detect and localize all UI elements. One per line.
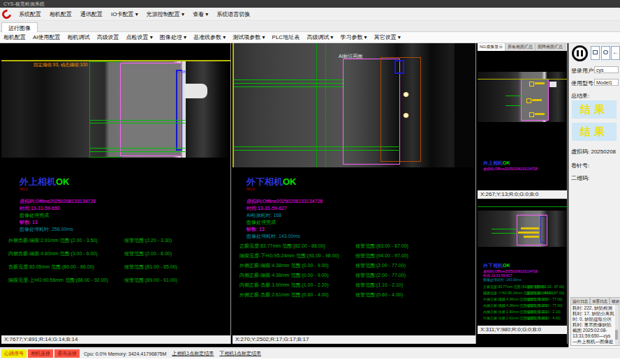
guide-vline bbox=[316, 43, 317, 167]
measurement-row-4: 内侧正极-负极:1.90mm 范围:(1.00 - 2.20)报警范围:(1.1… bbox=[239, 282, 463, 291]
log-text-area[interactable]: 耗时: 222, 缺陷检测耗时: 17, 缺陷分离耗时: 0, 缺陷提取分区耗时… bbox=[570, 304, 619, 346]
toolbar-item-5[interactable]: 图像处理 ▾ bbox=[156, 33, 190, 41]
thumb-tab-2[interactable]: 面阵画面汇总 bbox=[536, 43, 566, 51]
measurement-alarm-range: 报警范围:(2.00 - 77.00) bbox=[526, 297, 562, 301]
main-area: 固定阈值:93, 动态阈值:100 5.88 外上相机OK NG:1 虚拟码:O… bbox=[0, 43, 620, 347]
measurement-alarm-range: 报警范围:(2.00 - 77.00) bbox=[355, 262, 406, 269]
menu-item-4[interactable]: 光源控制配置 ▾ bbox=[142, 10, 189, 18]
measurement-alarm-range: 报警范围:(2.00 - 77.00) bbox=[355, 272, 406, 279]
measurement-alarm-range: 报警范围:(81.00 - 85.00) bbox=[124, 264, 177, 271]
virtual-code-row: 虚拟码: 20250208 bbox=[571, 148, 616, 156]
screen-tool-button[interactable] bbox=[601, 46, 610, 60]
needle-label: 卷针号: bbox=[571, 162, 589, 169]
logout-button[interactable]: ← bbox=[611, 46, 620, 60]
separator-strip bbox=[182, 61, 186, 158]
ai-overlay-text: AI标注画面 bbox=[339, 53, 363, 60]
baseline-yellow-vline bbox=[232, 43, 234, 167]
toolbar-item-4[interactable]: 点检设置 ▾ bbox=[123, 33, 156, 41]
defect-label-bar bbox=[535, 113, 545, 115]
menu-item-3[interactable]: IO卡配置 ▾ bbox=[107, 10, 142, 18]
login-value-field[interactable]: cys bbox=[594, 66, 619, 73]
measure-line bbox=[234, 83, 344, 84]
defect-label-bar bbox=[518, 232, 539, 234]
ng-note: NG:1 bbox=[20, 187, 28, 191]
toolbar-item-11[interactable]: 其它设置 ▾ bbox=[371, 33, 404, 41]
guide-vline bbox=[325, 43, 326, 167]
measure-line bbox=[89, 148, 185, 149]
time-line: 时间:13-31-59-627 bbox=[246, 205, 287, 212]
barcode-line: 虚拟码:Offline20250208133134728 bbox=[20, 198, 96, 205]
thumbnail-tabbar: NG成像显示所有画面汇总面阵画面汇总 bbox=[478, 43, 567, 51]
camera-tool-button[interactable] bbox=[591, 46, 600, 60]
measurement-alarm-range: 报警范围:(94.00 - 97.00) bbox=[526, 291, 564, 295]
menu-item-0[interactable]: 系统配置 bbox=[15, 10, 45, 18]
measurement-row-1: 内侧负极-隔膜:4.60mm 范围:(3.00 - 6.00)报警范围:(2.0… bbox=[8, 250, 231, 264]
log-tab-0[interactable]: 运行日志 bbox=[570, 297, 590, 304]
bright-spot bbox=[403, 113, 409, 118]
virtual-code-label: 虚拟码: bbox=[571, 149, 589, 155]
menu-item-6[interactable]: 系统语言切换 bbox=[212, 10, 254, 18]
barcode-line: 虚拟码:Offline20250208133134728 bbox=[246, 198, 323, 205]
right-measurements: 正极宽度:83.77mm 范围:(82.00 - 88.00)报警范围:(83.… bbox=[239, 243, 463, 301]
measurement-alarm-range: 报警范围:(94.00 - 97.00) bbox=[355, 252, 408, 259]
menu-items: 系统配置相机配置通讯配置IO卡配置 ▾光源控制配置 ▾查看 ▾系统语言切换 bbox=[15, 10, 254, 18]
measurement-value: 外侧负极-隔膜:2.91mm 范围:(2.00 - 3.50) bbox=[8, 238, 98, 243]
menu-item-1[interactable]: 相机配置 bbox=[45, 10, 76, 18]
process-time-line: 图像处理耗时: 143.00ms bbox=[246, 233, 300, 240]
toolbar-item-10[interactable]: 学习参数 ▾ bbox=[337, 33, 370, 41]
menu-item-2[interactable]: 通讯配置 bbox=[76, 10, 107, 18]
thumb2-process-time: 图像处理耗时: 143.00ms bbox=[483, 278, 522, 282]
toolbar-item-1[interactable]: AI使用配置 bbox=[29, 33, 64, 41]
status-bar: 心跳信号相机连接通讯连接 Cpu: 0.0% Memory: 3424.4179… bbox=[0, 348, 620, 358]
status-badges: 心跳信号相机连接通讯连接 bbox=[0, 349, 80, 358]
thumb1-barcode: 虚拟码:Offline20250208133134728 bbox=[483, 167, 538, 171]
toolbar-item-2[interactable]: 相机调试 bbox=[64, 33, 94, 41]
measurement-alarm-range: 报警范围:(0.60 - 4.00) bbox=[355, 291, 403, 298]
toolbar-item-8[interactable]: PLC地址表 bbox=[269, 33, 304, 41]
control-panel: ← 登录用户: cys 使用型号: Model1 总结果: 结果 结果 虚拟码:… bbox=[568, 43, 620, 347]
measurement-row-5: 外侧正极-负极:2.61mm 范围:(0.60 - 4.00)报警范围:(0.6… bbox=[239, 291, 463, 301]
lower-camera-calib-link[interactable]: 下相机1点标定结果 bbox=[219, 350, 261, 357]
toolbar-item-6[interactable]: 基准线参数 ▾ bbox=[190, 33, 229, 41]
pause-button[interactable] bbox=[572, 45, 588, 61]
log-tab-2[interactable]: 错误日志 bbox=[610, 297, 620, 304]
blue-marker-label: 5.88 bbox=[177, 70, 186, 74]
measurement-value: 正极宽度:83.77mm 范围:(82.00 - 88.00) bbox=[239, 243, 325, 248]
thumb2-title: 外下相机OK bbox=[483, 262, 510, 269]
logout-arrow-icon: ← bbox=[612, 48, 619, 56]
bright-spot bbox=[403, 92, 409, 97]
roi-blue-rect bbox=[540, 216, 546, 243]
thumb-tab-0[interactable]: NG成像显示 bbox=[478, 43, 505, 51]
camera-name: 外下相机 bbox=[483, 263, 503, 268]
measurement-alarm-range: 报警范围:(1.10 - 2.10) bbox=[526, 310, 561, 314]
roi-green-rect bbox=[89, 61, 121, 158]
roi-pink-rect bbox=[120, 63, 182, 156]
menu-item-5[interactable]: 查看 ▾ bbox=[189, 10, 212, 18]
toolbar-item-7[interactable]: 测试项参数 ▾ bbox=[229, 33, 268, 41]
measurement-row-3: 隔膜宽度-上HG:90.56mm 范围:(88.00 - 92.00)报警范围:… bbox=[8, 277, 231, 290]
upper-camera-calib-link[interactable]: 上相机1点标定结果 bbox=[172, 350, 214, 357]
tab-run-image[interactable]: 运行图像 bbox=[1, 22, 38, 32]
model-value-field[interactable]: Model1 bbox=[594, 79, 619, 86]
camera-result: OK bbox=[503, 263, 510, 268]
left-measurements: 外侧负极-隔膜:2.91mm 范围:(2.00 - 3.50)报警范围:(2.2… bbox=[8, 237, 231, 290]
camera-name: 外上相机 bbox=[483, 160, 503, 165]
toolbar-item-3[interactable]: 高级设置 bbox=[94, 33, 123, 41]
log-scrollbar-thumb[interactable] bbox=[615, 330, 618, 340]
measurement-value: 外侧正极-负极:2.61mm 范围:(0.60 - 4.00) bbox=[239, 292, 329, 297]
thumb-tab-1[interactable]: 所有画面汇总 bbox=[505, 43, 536, 51]
status-badge-0: 心跳信号 bbox=[1, 349, 27, 358]
log-scrollbar[interactable] bbox=[615, 305, 618, 345]
defect-label-bar bbox=[524, 236, 539, 238]
toolbar-item-0[interactable]: 相机配置 bbox=[0, 33, 29, 41]
app-window: CYS-视觉检测系统 系统配置相机配置通讯配置IO卡配置 ▾光源控制配置 ▾查看… bbox=[0, 0, 620, 364]
log-tab-1[interactable]: 设置日志 bbox=[590, 297, 610, 304]
toolbar-item-9[interactable]: 高级调试 ▾ bbox=[303, 33, 337, 41]
defect-marker bbox=[529, 82, 534, 86]
roi-blue-rect bbox=[394, 60, 404, 74]
measure-line bbox=[492, 233, 517, 234]
measurement-row-0: 正极宽度:83.77mm 范围:(82.00 - 88.00)报警范围:(83.… bbox=[483, 285, 567, 291]
pause-icon bbox=[577, 50, 579, 56]
measurement-alarm-range: 报警范围:(89.00 - 91.00) bbox=[124, 277, 177, 284]
measurement-value: 内侧负极-隔膜:4.60mm 范围:(3.00 - 6.00) bbox=[8, 251, 98, 256]
